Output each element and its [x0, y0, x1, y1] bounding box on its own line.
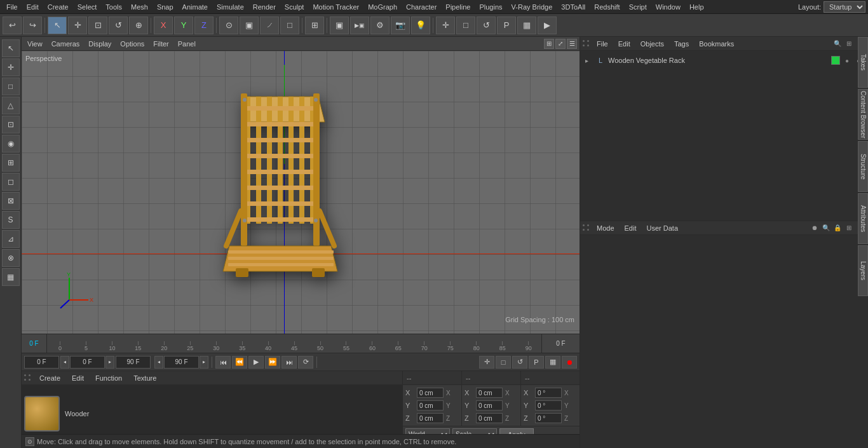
- snap-button[interactable]: ⊞: [305, 17, 324, 34]
- menu-script[interactable]: Script: [625, 2, 651, 12]
- sidebar-material[interactable]: S: [2, 211, 20, 229]
- pb-key-rotate-button[interactable]: ↺: [512, 356, 527, 369]
- pos-y-field[interactable]: 0 cm: [417, 400, 444, 411]
- content-browser-tab[interactable]: Content Browser: [858, 89, 868, 140]
- vp-menu-panel[interactable]: Panel: [175, 39, 199, 49]
- obj-color-swatch[interactable]: [831, 56, 840, 65]
- menu-mograph[interactable]: MoGraph: [364, 2, 401, 12]
- size-y-field[interactable]: 0 cm: [476, 400, 503, 411]
- camera-button[interactable]: 📷: [391, 17, 410, 34]
- redo-button[interactable]: ↪: [23, 17, 42, 34]
- pb-loop-button[interactable]: ⟳: [298, 356, 313, 369]
- move-axis-button[interactable]: ✛: [436, 17, 455, 34]
- anim-button[interactable]: ▶: [538, 17, 557, 34]
- menu-animate[interactable]: Animate: [179, 2, 212, 12]
- object-mode-button[interactable]: ⊙: [219, 17, 238, 34]
- render-region-button[interactable]: ▣: [330, 17, 349, 34]
- attr-search-icon[interactable]: 🔍: [821, 223, 831, 233]
- light-button[interactable]: 💡: [411, 17, 430, 34]
- attr-record-icon[interactable]: ⏺: [810, 223, 820, 233]
- poly-mode-button[interactable]: □: [280, 17, 299, 34]
- vp-ctrl-expand[interactable]: ⊞: [544, 39, 554, 49]
- viewport-canvas[interactable]: Perspective: [22, 51, 580, 334]
- pb-project-button[interactable]: P: [529, 356, 544, 369]
- render-settings-button[interactable]: ⚙: [370, 17, 390, 34]
- menu-help[interactable]: Help: [686, 2, 708, 12]
- pos-x-field[interactable]: 0 cm: [417, 388, 444, 398]
- pb-play-button[interactable]: ▶: [248, 356, 264, 369]
- menu-file[interactable]: File: [3, 2, 22, 12]
- menu-motion-tracker[interactable]: Motion Tracker: [309, 2, 363, 12]
- axis-x-button[interactable]: X: [154, 17, 173, 34]
- sidebar-camera[interactable]: ⊠: [2, 192, 20, 210]
- attr-lock-icon[interactable]: 🔒: [832, 223, 843, 233]
- menu-pipeline[interactable]: Pipeline: [442, 2, 474, 12]
- obj-visibility-icon[interactable]: ●: [843, 56, 851, 65]
- menu-redshift[interactable]: Redshift: [590, 2, 623, 12]
- timeline-track[interactable]: 0 5 10 15 20 25 30 35 40 45 50 55 60 65 …: [47, 334, 541, 353]
- menu-edit[interactable]: Edit: [23, 2, 43, 12]
- vp-ctrl-arrows[interactable]: ⤢: [555, 39, 566, 49]
- scale-tool-button[interactable]: ⊡: [88, 17, 107, 34]
- menu-window[interactable]: Window: [652, 2, 684, 12]
- pb-record-button[interactable]: ⏺: [562, 356, 577, 369]
- scale-axis-button[interactable]: □: [456, 17, 475, 34]
- size-z-field[interactable]: 0 cm: [476, 413, 503, 423]
- object-item-rack[interactable]: ▸ L Wooden Vegetable Rack ● ●: [583, 53, 865, 67]
- mesh-mode-button[interactable]: ▣: [240, 17, 259, 34]
- sidebar-nurbs[interactable]: ⊡: [2, 116, 20, 133]
- obj-expand-icon[interactable]: ⊞: [844, 39, 854, 49]
- mat-create-tab[interactable]: Create: [36, 373, 64, 383]
- menu-snap[interactable]: Snap: [153, 2, 177, 12]
- mat-edit-tab[interactable]: Edit: [68, 373, 88, 383]
- pb-next-frame-button[interactable]: ⏩: [265, 356, 280, 369]
- menu-vray[interactable]: V-Ray Bridge: [508, 2, 557, 12]
- pb-key-remove-button[interactable]: □: [496, 356, 511, 369]
- vp-menu-filter[interactable]: Filter: [150, 39, 172, 49]
- rot-x-field[interactable]: 0 °: [535, 388, 562, 398]
- select-tool-button[interactable]: ↖: [48, 17, 67, 34]
- menu-select[interactable]: Select: [74, 2, 101, 12]
- project-button[interactable]: P: [497, 17, 516, 34]
- material-thumbnail[interactable]: [24, 396, 60, 431]
- pb-key-add-button[interactable]: ✛: [479, 356, 494, 369]
- vp-menu-display[interactable]: Display: [85, 39, 114, 49]
- pb-forward-button[interactable]: ⏭: [281, 356, 297, 369]
- frame-end-next-arrow[interactable]: ▸: [200, 356, 208, 369]
- menu-create[interactable]: Create: [44, 2, 72, 12]
- frame-current-field[interactable]: 0 F: [70, 356, 105, 369]
- frame-end2-field[interactable]: 90 F: [164, 356, 199, 369]
- mat-texture-tab[interactable]: Texture: [130, 373, 160, 383]
- sidebar-floor[interactable]: ⊿: [2, 230, 20, 248]
- obj-file-tab[interactable]: File: [593, 39, 612, 49]
- pb-rewind-button[interactable]: ⏮: [215, 356, 231, 369]
- frame-prev-arrow[interactable]: ◂: [60, 356, 69, 369]
- vp-menu-cameras[interactable]: Cameras: [48, 39, 83, 49]
- obj-objects-tab[interactable]: Objects: [637, 39, 668, 49]
- transform-tool-button[interactable]: ⊕: [129, 17, 148, 34]
- obj-search-icon[interactable]: 🔍: [832, 39, 843, 49]
- menu-mesh[interactable]: Mesh: [127, 2, 152, 12]
- rotate-tool-button[interactable]: ↺: [109, 17, 128, 34]
- layers-tab[interactable]: Layers: [858, 245, 868, 296]
- vp-ctrl-menu[interactable]: ☰: [567, 39, 577, 49]
- sidebar-select[interactable]: ↖: [2, 39, 20, 57]
- vp-menu-view[interactable]: View: [24, 39, 46, 49]
- menu-3dtoall[interactable]: 3DToAll: [557, 2, 589, 12]
- structure-tab[interactable]: Structure: [858, 141, 868, 192]
- attributes-tab[interactable]: Attributes: [858, 193, 868, 244]
- obj-tags-tab[interactable]: Tags: [670, 39, 693, 49]
- axis-z-button[interactable]: Z: [194, 17, 214, 34]
- menu-simulate[interactable]: Simulate: [213, 2, 248, 12]
- sidebar-array[interactable]: ⊞: [2, 154, 20, 172]
- mat-function-tab[interactable]: Function: [92, 373, 126, 383]
- menu-render[interactable]: Render: [249, 2, 280, 12]
- render-to-viewer-button[interactable]: ▶▣: [350, 17, 369, 34]
- menu-tools[interactable]: Tools: [102, 2, 126, 12]
- menu-sculpt[interactable]: Sculpt: [281, 2, 308, 12]
- obj-edit-tab[interactable]: Edit: [614, 39, 634, 49]
- sidebar-render[interactable]: ▦: [2, 268, 20, 286]
- objects-panel-content[interactable]: ▸ L Wooden Vegetable Rack ● ●: [580, 51, 868, 221]
- undo-button[interactable]: ↩: [3, 17, 22, 34]
- rot-y-field[interactable]: 0 °: [535, 400, 562, 411]
